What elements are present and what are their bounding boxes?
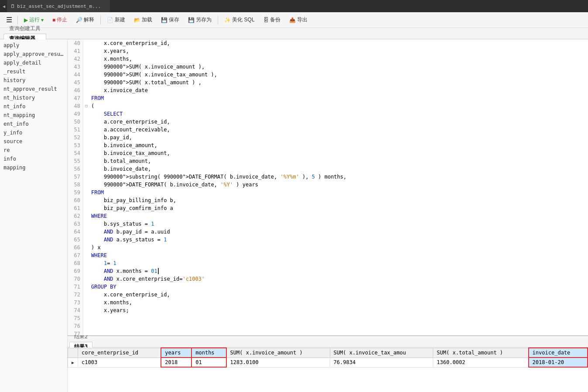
line-fold — [83, 228, 89, 236]
sidebar-item-mapping[interactable]: mapping — [0, 163, 67, 172]
sidebar-items: applyapply_approve_resultapply_detail_re… — [0, 41, 67, 172]
line-fold — [83, 267, 89, 275]
line-number: 43 — [68, 63, 83, 71]
sidebar-item-re[interactable]: re — [0, 146, 67, 155]
sidebar-item-nt_mapping[interactable]: nt_mapping — [0, 111, 67, 120]
line-fold — [83, 189, 89, 196]
line-content: x.core_enterprise_id, — [89, 291, 588, 299]
line-content: x.years; — [89, 306, 588, 314]
line-fold — [83, 39, 89, 47]
backup-button[interactable]: 🗄 备份 — [260, 14, 284, 25]
sidebar-item-_result[interactable]: _result — [0, 67, 67, 76]
code-line-46: 46 x.invoice_date — [68, 86, 588, 94]
sidebar-item-source[interactable]: source — [0, 137, 67, 146]
line-content: b.invoice_tax_amount, — [89, 149, 588, 157]
line-number: 60 — [68, 196, 83, 204]
run-icon: ▶ — [24, 17, 28, 23]
table-row: ▶c10032018011283.010076.98341360.0002201… — [68, 358, 588, 367]
code-lines: 40 x.core_enterprise_id,41 x.years,42 x.… — [68, 39, 588, 335]
code-line-62: 62WHERE — [68, 212, 588, 220]
saveas-button[interactable]: 💾 另存为 — [185, 14, 215, 25]
line-number: 58 — [68, 181, 83, 189]
sidebar-item-nt_approve_result[interactable]: nt_approve_result — [0, 85, 67, 93]
line-fold — [83, 244, 89, 251]
line-content: 1= 1 — [89, 259, 588, 267]
sidebar-item-y_info[interactable]: y_info — [0, 128, 67, 137]
line-fold — [83, 283, 89, 291]
code-line-76: 76 — [68, 322, 588, 330]
new-icon: 📄 — [107, 17, 113, 23]
sidebar-item-ent_info[interactable]: ent_info — [0, 120, 67, 128]
line-fold[interactable]: ⊟ — [83, 102, 89, 110]
line-fold — [83, 299, 89, 306]
line-content: AND x.months = 01 — [89, 267, 588, 275]
sidebar-item-apply[interactable]: apply — [0, 41, 67, 50]
save-button[interactable]: 💾 保存 — [157, 14, 183, 25]
code-line-44: 44 990000">SUM( x.invoice_tax_amount ), — [68, 71, 588, 79]
line-number: 66 — [68, 244, 83, 251]
sidebar-item-info[interactable]: info — [0, 155, 67, 163]
line-fold — [83, 330, 89, 335]
result-col-core_enterprise_id: core_enterprise_id — [78, 348, 161, 358]
tab-icon: 🗒 — [10, 3, 15, 9]
tab-label: biz_asset_sec_adjustment_m... — [17, 3, 101, 9]
line-fold — [83, 196, 89, 204]
result-col-months: months — [191, 348, 226, 358]
line-fold — [83, 141, 89, 149]
code-line-63: 63 b.sys_status = 1 — [68, 220, 588, 228]
line-content: biz_pay_comfirm_info a — [89, 204, 588, 212]
bottom-content: core_enterprise_idyearsmonthsSUM( x.invo… — [68, 347, 588, 392]
code-line-73: 73 x.months, — [68, 299, 588, 306]
subtab-查询创建工具[interactable]: 查询创建工具 — [3, 24, 46, 34]
line-fold — [83, 94, 89, 102]
line-fold — [83, 322, 89, 330]
line-number: 52 — [68, 134, 83, 141]
sidebar-item-history[interactable]: history — [0, 76, 67, 85]
export-button[interactable]: 📤 导出 — [286, 14, 311, 25]
code-line-52: 52 b.pay_id, — [68, 134, 588, 141]
explain-button[interactable]: 🔎 解释 — [72, 14, 98, 25]
sidebar-item-apply_detail[interactable]: apply_detail — [0, 58, 67, 67]
sidebar-item-nt_history[interactable]: nt_history — [0, 93, 67, 102]
result-col-SUM(_x.total_amount_): SUM( x.total_amount ) — [433, 348, 529, 358]
line-number: 65 — [68, 236, 83, 244]
line-fold — [83, 251, 89, 259]
line-number: 44 — [68, 71, 83, 79]
tab-tab3[interactable]: 🗒biz_asset_sec_adjustment_m... — [7, 1, 110, 11]
sidebar: applyapply_approve_resultapply_detail_re… — [0, 39, 68, 392]
line-number: 53 — [68, 141, 83, 149]
sidebar-item-nt_info[interactable]: nt_info — [0, 102, 67, 111]
code-line-45: 45 990000">SUM( x.total_amount ) , — [68, 79, 588, 86]
line-content: GROUP BY — [89, 283, 588, 291]
code-line-61: 61 biz_pay_comfirm_info a — [68, 204, 588, 212]
line-content: ( — [89, 102, 588, 110]
beautify-button[interactable]: ✨ 美化 SQL — [221, 14, 258, 25]
result-table: core_enterprise_idyearsmonthsSUM( x.invo… — [68, 347, 588, 368]
tab-left-arrow[interactable]: ◀ — [2, 4, 6, 9]
result-cell: 2018-01-20 — [529, 358, 588, 367]
line-fold — [83, 79, 89, 86]
line-fold — [83, 63, 89, 71]
line-number: 68 — [68, 259, 83, 267]
line-content: AND a.sys_status = 1 — [89, 236, 588, 244]
load-button[interactable]: 📂 加载 — [130, 14, 156, 25]
line-fold — [83, 157, 89, 165]
result-header-arrow — [68, 348, 78, 358]
line-number: 71 — [68, 283, 83, 291]
editor-area[interactable]: 40 x.core_enterprise_id,41 x.years,42 x.… — [68, 39, 588, 335]
sidebar-item-apply_approve_result[interactable]: apply_approve_result — [0, 50, 67, 58]
line-content: AND b.pay_id = a.uuid — [89, 228, 588, 236]
beautify-icon: ✨ — [224, 17, 231, 23]
stop-button[interactable]: ■ 停止 — [49, 14, 71, 25]
line-content: b.invoice_amount, — [89, 141, 588, 149]
saveas-icon: 💾 — [188, 17, 195, 23]
line-content: SELECT — [89, 110, 588, 118]
code-line-64: 64 AND b.pay_id = a.uuid — [68, 228, 588, 236]
line-fold — [83, 47, 89, 55]
code-line-49: 49 SELECT — [68, 110, 588, 118]
line-number: 55 — [68, 157, 83, 165]
line-content: b.total_amount, — [89, 157, 588, 165]
new-button[interactable]: 📄 新建 — [103, 14, 129, 25]
line-fold — [83, 275, 89, 283]
line-content: b.sys_status = 1 — [89, 220, 588, 228]
